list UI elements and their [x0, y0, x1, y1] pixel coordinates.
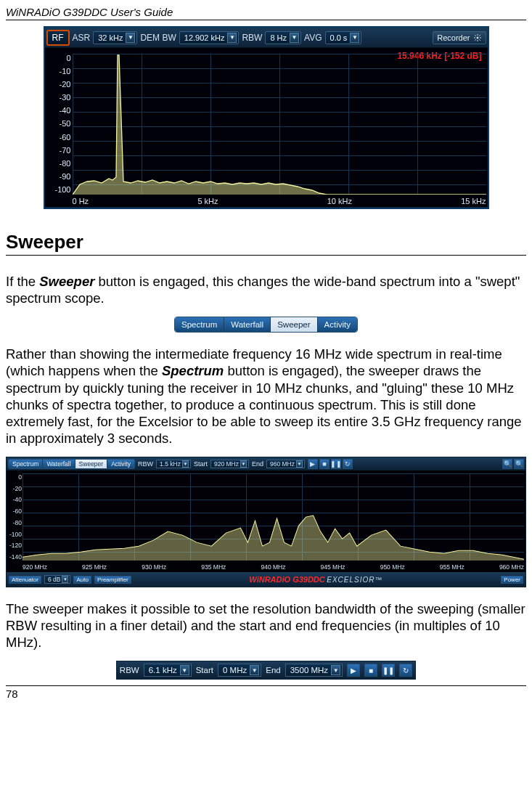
zoom-in-icon[interactable]: 🔍	[502, 459, 512, 469]
y-tick: -70	[45, 146, 73, 155]
attenuator-value: 6 dB	[48, 576, 61, 583]
y-tick: -40	[7, 496, 22, 503]
loop-icon[interactable]: ↻	[343, 459, 353, 469]
x-tick: 950 MHz	[380, 563, 405, 571]
attenuator-combo[interactable]: 6 dB▼	[44, 575, 71, 584]
play-icon[interactable]: ▶	[308, 459, 318, 469]
paragraph-1: If the Sweeper button is engaged, this c…	[6, 273, 526, 306]
chevron-down-icon[interactable]: ▼	[227, 33, 237, 43]
zoom-buttons: 🔍 🔍	[502, 459, 524, 469]
svg-point-0	[476, 36, 478, 38]
y-tick: -140	[7, 553, 22, 561]
recorder-button[interactable]: Recorder	[433, 31, 486, 44]
start-value: 0 MHz	[223, 666, 247, 675]
tab-sweeper[interactable]: Sweeper	[271, 317, 317, 332]
sweeper-xaxis: 920 MHz 925 MHz 930 MHz 935 MHz 940 MHz …	[22, 563, 524, 571]
end-value: 3500 MHz	[290, 666, 328, 675]
sweeper-trace	[22, 473, 524, 561]
tab-spectrum[interactable]: Spectrum	[175, 317, 224, 332]
asr-combo[interactable]: 32 kHz ▼	[93, 31, 137, 44]
pause-icon[interactable]: ❚❚	[382, 664, 395, 677]
pause-icon[interactable]: ❚❚	[331, 459, 341, 469]
chevron-down-icon[interactable]: ▼	[126, 33, 135, 43]
end-label: End	[252, 460, 263, 468]
text: If the	[6, 274, 39, 289]
dembw-combo[interactable]: 12.902 kHz ▼	[179, 31, 240, 44]
gear-icon	[473, 33, 482, 42]
rbw-label: RBW	[138, 460, 153, 468]
chevron-down-icon[interactable]: ▼	[250, 665, 259, 675]
x-tick: 945 MHz	[321, 563, 345, 571]
avg-label: AVG	[304, 33, 322, 43]
chevron-down-icon[interactable]: ▼	[290, 33, 299, 43]
chevron-down-icon[interactable]: ▼	[240, 460, 247, 468]
rbw-combo[interactable]: 1.5 kHz▼	[156, 460, 191, 468]
bold-term: Sweeper	[39, 274, 94, 289]
stop-icon[interactable]: ■	[364, 664, 377, 677]
start-combo[interactable]: 920 MHz▼	[210, 460, 249, 468]
loop-icon[interactable]: ↻	[399, 664, 412, 677]
y-tick: -20	[45, 80, 73, 89]
chevron-down-icon[interactable]: ▼	[350, 33, 359, 43]
rf-button[interactable]: RF	[46, 30, 70, 46]
rbw-label: RBW	[120, 666, 139, 675]
y-tick: -10	[45, 67, 73, 76]
tab-activity[interactable]: Activity	[318, 317, 357, 332]
x-tick: 925 MHz	[82, 563, 107, 571]
stop-icon[interactable]: ■	[319, 459, 330, 469]
sweeper-plot: 0 -20 -40 -60 -80 -100 -120 -140 920 MHz…	[7, 470, 525, 572]
rbw-combo[interactable]: 6.1 kHz▼	[144, 664, 192, 677]
chevron-down-icon[interactable]: ▼	[331, 665, 340, 675]
x-tick: 15 kHz	[461, 197, 486, 205]
preamp-button[interactable]: Preamplifier	[94, 576, 131, 584]
svg-line-5	[475, 35, 476, 36]
spectrum1-plot: 15.946 kHz [-152 dB] 0 -10 -20 -30 -40 -…	[45, 48, 488, 208]
tab-waterfall[interactable]: Waterfall	[224, 317, 271, 332]
tab-activity[interactable]: Activity	[107, 460, 134, 468]
spectrum1-yaxis: 0 -10 -20 -30 -40 -50 -60 -70 -80 -90 -1…	[45, 54, 73, 194]
tab-sweeper[interactable]: Sweeper	[75, 460, 108, 468]
x-tick: 10 kHz	[327, 197, 352, 205]
sweeper-panel: Spectrum Waterfall Sweeper Activity RBW …	[6, 457, 526, 587]
power-button[interactable]: Power	[501, 576, 523, 584]
y-tick: -100	[45, 185, 73, 194]
y-tick: -50	[45, 119, 73, 128]
avg-value: 0.0 s	[330, 33, 348, 42]
chevron-down-icon[interactable]: ▼	[182, 460, 189, 468]
brand-name: WiNRADiO G39DDC	[249, 575, 324, 584]
dembw-value: 12.902 kHz	[184, 33, 225, 42]
chevron-down-icon[interactable]: ▼	[296, 460, 303, 468]
y-tick: -100	[7, 531, 22, 538]
svg-line-7	[475, 39, 476, 41]
start-combo[interactable]: 0 MHz▼	[218, 664, 261, 677]
rbw-combo[interactable]: 8 Hz ▼	[265, 31, 301, 44]
chevron-down-icon[interactable]: ▼	[180, 665, 189, 675]
transport-buttons: ▶ ■ ❚❚ ↻	[308, 459, 353, 469]
play-icon[interactable]: ▶	[347, 664, 360, 677]
tab-spectrum[interactable]: Spectrum	[9, 460, 43, 468]
asr-label: ASR	[73, 33, 91, 43]
auto-button[interactable]: Auto	[73, 576, 91, 584]
attenuator-button[interactable]: Attenuator	[9, 576, 41, 584]
end-combo[interactable]: 3500 MHz▼	[285, 664, 343, 677]
tab-waterfall[interactable]: Waterfall	[43, 460, 75, 468]
y-tick: 0	[7, 473, 22, 481]
end-label: End	[266, 666, 280, 675]
paragraph-3: The sweeper makes it possible to set the…	[6, 600, 526, 651]
y-tick: -60	[7, 508, 22, 515]
spectrum1-toolbar: RF ASR 32 kHz ▼ DEM BW 12.902 kHz ▼ RBW …	[45, 28, 488, 48]
avg-combo[interactable]: 0.0 s ▼	[325, 31, 362, 44]
zoom-out-icon[interactable]: 🔍	[514, 459, 524, 469]
dembw-label: DEM BW	[140, 33, 176, 43]
start-value: 920 MHz	[214, 460, 239, 468]
spectrum1-trace	[73, 54, 486, 195]
y-tick: -20	[7, 485, 22, 492]
x-tick: 930 MHz	[142, 563, 166, 571]
spectrum1-xaxis: 0 Hz 5 kHz 10 kHz 15 kHz	[73, 197, 486, 205]
end-combo[interactable]: 960 MHz▼	[266, 460, 305, 468]
rbw-label: RBW	[242, 33, 262, 43]
y-tick: -60	[45, 133, 73, 142]
chevron-down-icon[interactable]: ▼	[62, 576, 68, 583]
x-tick: 955 MHz	[440, 563, 465, 571]
rbw-value: 8 Hz	[270, 33, 287, 42]
